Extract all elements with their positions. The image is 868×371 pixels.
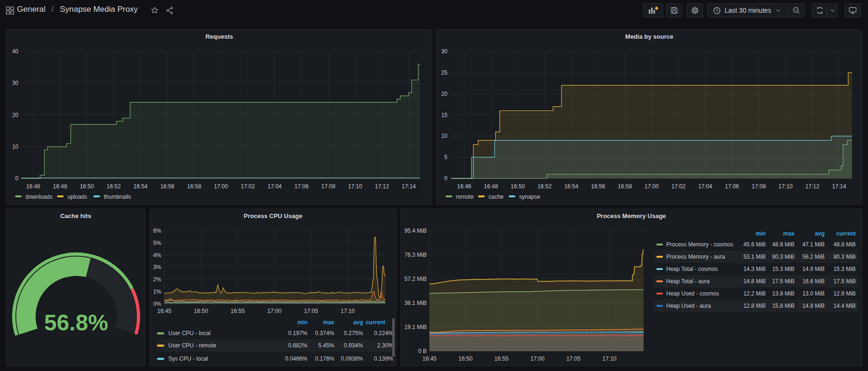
svg-text:53.1 MiB: 53.1 MiB [744, 253, 766, 260]
svg-text:10: 10 [441, 133, 448, 139]
svg-text:current: current [366, 319, 385, 326]
svg-text:5: 5 [444, 154, 447, 160]
svg-text:16:56: 16:56 [591, 183, 605, 190]
svg-text:12.9 MiB: 12.9 MiB [834, 290, 856, 297]
svg-text:20: 20 [12, 112, 19, 118]
svg-text:User CPU - local: User CPU - local [168, 330, 210, 337]
svg-text:16:50: 16:50 [194, 308, 208, 314]
svg-text:Heap Total - aura: Heap Total - aura [666, 278, 710, 285]
svg-text:5.45%: 5.45% [318, 342, 334, 349]
svg-text:Heap Total - cosmos: Heap Total - cosmos [666, 266, 718, 272]
svg-text:14.9 MiB: 14.9 MiB [802, 266, 825, 272]
svg-text:38.1 MiB: 38.1 MiB [405, 300, 427, 306]
svg-text:0%: 0% [153, 301, 162, 307]
svg-text:0 B: 0 B [418, 348, 427, 354]
svg-text:0.682%: 0.682% [288, 342, 307, 349]
svg-text:Process Memory - cosmos: Process Memory - cosmos [666, 241, 733, 248]
svg-text:17:14: 17:14 [402, 183, 416, 190]
svg-text:17:04: 17:04 [267, 183, 281, 190]
svg-text:17:08: 17:08 [321, 183, 335, 190]
svg-text:17:00: 17:00 [267, 308, 281, 314]
svg-text:0.197%: 0.197% [288, 330, 307, 337]
svg-text:0.934%: 0.934% [344, 342, 363, 349]
svg-text:0: 0 [444, 175, 447, 182]
svg-text:0.176%: 0.176% [315, 355, 334, 362]
svg-text:48.8 MiB: 48.8 MiB [772, 241, 794, 248]
svg-text:16:58: 16:58 [618, 183, 632, 190]
svg-text:17:05: 17:05 [304, 308, 318, 314]
svg-text:17:00: 17:00 [530, 355, 545, 362]
svg-text:80.3 MiB: 80.3 MiB [772, 253, 794, 260]
svg-text:12.8 MiB: 12.8 MiB [744, 303, 766, 309]
svg-text:15.3 MiB: 15.3 MiB [834, 266, 856, 272]
svg-text:6%: 6% [153, 228, 162, 234]
svg-text:17:08: 17:08 [752, 183, 766, 190]
svg-text:95.4 MiB: 95.4 MiB [405, 228, 427, 234]
svg-text:17:04: 17:04 [698, 183, 712, 190]
svg-text:16:45: 16:45 [157, 308, 171, 314]
svg-text:76.3 MiB: 76.3 MiB [405, 252, 427, 258]
svg-text:17.5 MiB: 17.5 MiB [834, 278, 856, 285]
svg-text:16:50: 16:50 [458, 355, 472, 362]
svg-text:16:46: 16:46 [457, 183, 471, 190]
svg-text:5%: 5% [153, 240, 162, 246]
svg-text:16:45: 16:45 [422, 355, 437, 362]
svg-text:17:00: 17:00 [645, 183, 659, 190]
svg-text:16:50: 16:50 [80, 183, 94, 190]
svg-text:15.8 MiB: 15.8 MiB [772, 303, 794, 309]
svg-text:14.8 MiB: 14.8 MiB [744, 278, 766, 285]
svg-text:16:54: 16:54 [564, 183, 579, 190]
svg-text:16:54: 16:54 [133, 183, 148, 190]
svg-text:3%: 3% [153, 264, 162, 270]
svg-text:remote: remote [456, 194, 474, 200]
svg-text:16:58: 16:58 [187, 183, 201, 190]
svg-text:16:48: 16:48 [484, 183, 498, 190]
svg-text:45.6 MiB: 45.6 MiB [744, 241, 766, 248]
svg-text:17:12: 17:12 [805, 183, 819, 190]
svg-text:16:46: 16:46 [26, 183, 40, 190]
svg-text:16:52: 16:52 [537, 183, 552, 190]
svg-text:avg: avg [815, 230, 825, 237]
svg-text:16:52: 16:52 [107, 183, 121, 190]
svg-text:17.5 MiB: 17.5 MiB [772, 278, 794, 285]
svg-text:14.8 MiB: 14.8 MiB [802, 303, 825, 309]
svg-text:20: 20 [441, 91, 448, 97]
svg-text:16:48: 16:48 [53, 183, 67, 190]
svg-text:uploads: uploads [67, 194, 87, 200]
svg-text:downloads: downloads [25, 194, 52, 200]
svg-text:30: 30 [441, 48, 448, 55]
svg-text:User CPU - remote: User CPU - remote [168, 342, 216, 349]
svg-text:16.6 MiB: 16.6 MiB [802, 278, 825, 285]
svg-text:0.0466%: 0.0466% [285, 355, 308, 362]
svg-text:25: 25 [441, 69, 448, 76]
svg-text:17:10: 17:10 [340, 308, 355, 314]
svg-text:13.0 MiB: 13.0 MiB [802, 290, 825, 297]
svg-text:thumbnails: thumbnails [104, 194, 131, 200]
svg-text:0.0938%: 0.0938% [341, 355, 364, 362]
svg-text:synapse: synapse [519, 194, 540, 200]
svg-text:17:10: 17:10 [348, 183, 362, 190]
svg-text:80.3 MiB: 80.3 MiB [834, 253, 856, 260]
svg-text:12.2 MiB: 12.2 MiB [744, 290, 766, 297]
svg-text:0.139%: 0.139% [374, 355, 393, 362]
svg-text:16:50: 16:50 [511, 183, 525, 190]
svg-text:cache: cache [488, 194, 504, 200]
svg-text:56.2 MiB: 56.2 MiB [802, 253, 825, 260]
svg-text:16:55: 16:55 [495, 355, 509, 362]
svg-text:1%: 1% [153, 288, 162, 295]
svg-text:47.1 MiB: 47.1 MiB [802, 241, 825, 248]
svg-text:17:06: 17:06 [294, 183, 308, 190]
svg-text:17:00: 17:00 [214, 183, 228, 190]
svg-text:min: min [298, 319, 307, 326]
svg-text:17:12: 17:12 [375, 183, 389, 190]
svg-text:16:56: 16:56 [160, 183, 174, 190]
svg-text:13.8 MiB: 13.8 MiB [772, 290, 794, 297]
svg-text:2%: 2% [153, 276, 162, 283]
svg-text:max: max [783, 230, 794, 237]
svg-text:17:02: 17:02 [671, 183, 686, 190]
svg-text:19.1 MiB: 19.1 MiB [405, 324, 427, 330]
svg-text:14.3 MiB: 14.3 MiB [744, 266, 766, 272]
svg-text:10: 10 [12, 143, 19, 150]
svg-text:40: 40 [12, 48, 19, 55]
svg-text:4%: 4% [153, 252, 162, 259]
